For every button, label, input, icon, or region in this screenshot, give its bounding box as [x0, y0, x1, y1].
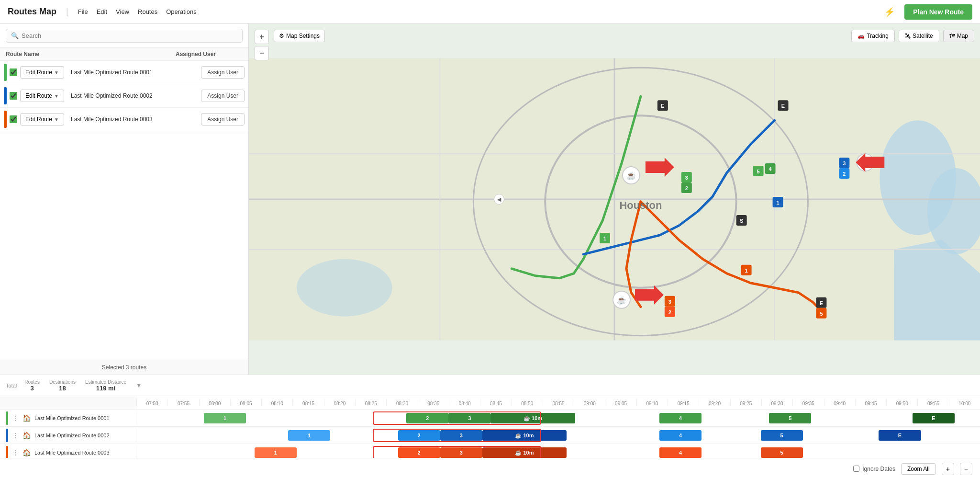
timeline-bar-2-2[interactable]: 2 [398, 447, 440, 458]
timeline-bar-0-5[interactable]: 4 [659, 413, 702, 423]
tracking-label: Tracking [867, 33, 889, 39]
route-checkbox-1[interactable] [10, 68, 17, 76]
timeline-track-1[interactable]: 123☕ 10m45E [136, 427, 980, 444]
menu-routes[interactable]: Routes [138, 8, 157, 15]
search-input-wrap[interactable]: 🔍 [6, 29, 243, 43]
svg-point-4 [297, 259, 392, 317]
timeline-time-0940: 09:40 [824, 399, 855, 406]
car-icon: 🚗 [858, 33, 865, 39]
timeline-options-icon-2[interactable]: ⋮ [12, 449, 19, 456]
timeline-time-0905: 09:05 [605, 399, 636, 406]
timeline-bar-1-5[interactable]: 4 [659, 430, 702, 441]
route-checkbox-2[interactable] [10, 92, 17, 100]
edit-route-button-1[interactable]: Edit Route ▼ [20, 66, 64, 79]
route-checkbox-3[interactable] [10, 115, 17, 123]
timeline-bar-0-3[interactable]: 3 [448, 413, 490, 423]
map-label: Map [957, 33, 968, 39]
map-area[interactable]: ⚙ Map Settings + − 🚗 Tracking 🛰 Satellit… [249, 24, 980, 375]
route-color-1 [4, 64, 7, 81]
ignore-dates-checkbox[interactable] [853, 466, 859, 472]
timeline: 07:5007:5508:0008:0508:1008:1508:2008:25… [0, 396, 980, 458]
timeline-zoom-out-button[interactable]: − [960, 463, 972, 475]
map-zoom-controls: + − [255, 30, 269, 60]
timeline-time-0855: 08:55 [543, 399, 574, 406]
timeline-time-0920: 09:20 [699, 399, 730, 406]
summary-bar: Total Routes 3 Destinations 18 Estimated… [0, 375, 980, 396]
timeline-bar-0-2[interactable]: 2 [406, 413, 448, 423]
timeline-bar-1-1[interactable]: 1 [288, 430, 330, 441]
search-input[interactable] [22, 32, 237, 39]
timeline-left-spacer [0, 396, 136, 409]
distance-label: Estimated Distance [85, 379, 126, 385]
edit-route-label-3: Edit Route [25, 116, 52, 123]
map-svg: Houston E E 1 3 2 5 4 3 [249, 24, 980, 375]
satellite-button[interactable]: 🛰 Satellite [899, 30, 939, 42]
zoom-all-button[interactable]: Zoom All [901, 463, 936, 475]
route-name-1: Last Mile Optimized Route 0001 [67, 69, 198, 76]
timeline-bar-1-3[interactable]: 3 [440, 430, 482, 441]
zoom-in-button[interactable]: + [255, 30, 269, 44]
menu-view[interactable]: View [116, 8, 129, 15]
timeline-bar-2-4[interactable]: ☕ 10m [482, 447, 567, 458]
assign-user-button-2[interactable]: Assign User [201, 90, 245, 102]
timeline-route-name-2: Last Mile Optimized Route 0003 [34, 450, 110, 456]
timeline-bar-0-1[interactable]: 1 [204, 413, 246, 423]
plan-new-route-button[interactable]: Plan New Route [904, 4, 972, 20]
timeline-time-0950: 09:50 [886, 399, 917, 406]
map-view-button[interactable]: 🗺 Map [943, 30, 974, 42]
assign-user-button-1[interactable]: Assign User [201, 66, 245, 79]
timeline-time-0925: 09:25 [730, 399, 761, 406]
routes-summary: Routes 3 [24, 379, 40, 392]
timeline-bar-2-5[interactable]: 4 [659, 447, 702, 458]
timeline-bar-2-3[interactable]: 3 [440, 447, 482, 458]
app-title: Routes Map [8, 7, 56, 17]
edit-route-button-3[interactable]: Edit Route ▼ [20, 113, 64, 125]
sidebar-collapse-button[interactable]: ◀ [494, 194, 504, 205]
timeline-options-icon-1[interactable]: ⋮ [12, 432, 19, 439]
edit-route-label-1: Edit Route [25, 69, 52, 76]
assign-user-button-3[interactable]: Assign User [201, 113, 245, 125]
timeline-time-0815: 08:15 [292, 399, 323, 406]
zoom-out-button[interactable]: − [255, 46, 269, 60]
menu-operations[interactable]: Operations [166, 8, 197, 15]
map-top-right-controls: 🚗 Tracking 🛰 Satellite 🗺 Map [851, 30, 974, 42]
timeline-bar-1-6[interactable]: 5 [761, 430, 803, 441]
menu-file[interactable]: File [78, 8, 88, 15]
svg-text:4: 4 [769, 166, 772, 172]
timeline-options-icon-0[interactable]: ⋮ [12, 414, 19, 422]
timeline-time-0850: 08:50 [512, 399, 543, 406]
ignore-dates-text: Ignore Dates [862, 466, 895, 472]
timeline-bar-2-6[interactable]: 5 [761, 447, 803, 458]
timeline-zoom-in-button[interactable]: + [942, 463, 954, 475]
timeline-bar-0-7[interactable]: E [913, 413, 955, 423]
timeline-track-0[interactable]: 123☕ 10m45E [136, 410, 980, 426]
timeline-time-0955: 09:55 [917, 399, 948, 406]
edit-route-arrow-1: ▼ [54, 70, 59, 75]
map-settings-button[interactable]: ⚙ Map Settings [274, 30, 325, 42]
svg-text:2: 2 [685, 185, 688, 191]
destinations-summary: Destinations 18 [49, 379, 76, 392]
timeline-time-0930: 09:30 [761, 399, 792, 406]
lightning-icon: ⚡ [884, 7, 895, 17]
timeline-time-1000: 10:00 [949, 399, 980, 406]
timeline-bar-0-6[interactable]: 5 [769, 413, 811, 423]
timeline-track-2[interactable]: 123☕ 10m45 [136, 444, 980, 458]
edit-route-button-2[interactable]: Edit Route ▼ [20, 90, 64, 102]
timeline-time-0945: 09:45 [855, 399, 886, 406]
sidebar-footer: Selected 3 routes [0, 360, 248, 375]
menu-edit[interactable]: Edit [97, 8, 107, 15]
route-name-3: Last Mile Optimized Route 0003 [67, 116, 198, 123]
timeline-bar-0-4[interactable]: ☕ 10m [490, 413, 575, 423]
summary-expand-button[interactable]: ▼ [136, 382, 142, 389]
timeline-bar-2-1[interactable]: 1 [255, 447, 297, 458]
total-label: Total [6, 383, 17, 388]
svg-text:Houston: Houston [619, 199, 662, 211]
summary-metrics: Routes 3 Destinations 18 Estimated Dista… [24, 379, 126, 392]
timeline-bar-1-2[interactable]: 2 [398, 430, 440, 441]
timeline-bar-1-7[interactable]: E [879, 430, 921, 441]
ignore-dates-label[interactable]: Ignore Dates [853, 466, 895, 472]
route-row-2: Edit Route ▼ Last Mile Optimized Route 0… [0, 84, 248, 108]
timeline-bar-1-4[interactable]: ☕ 10m [482, 430, 567, 441]
tracking-button[interactable]: 🚗 Tracking [851, 30, 895, 42]
timeline-time-0750: 07:50 [136, 399, 167, 406]
